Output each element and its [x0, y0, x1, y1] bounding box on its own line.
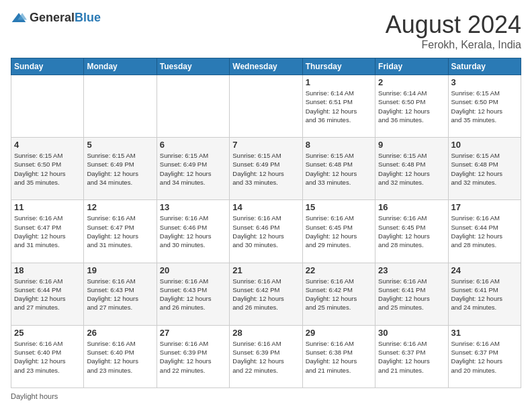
- calendar-cell: 30Sunrise: 6:16 AM Sunset: 6:37 PM Dayli…: [375, 325, 448, 387]
- calendar-cell: [84, 75, 157, 138]
- day-number: 30: [378, 328, 445, 338]
- day-info: Sunrise: 6:16 AM Sunset: 6:45 PM Dayligh…: [306, 214, 372, 249]
- calendar-cell: 1Sunrise: 6:14 AM Sunset: 6:51 PM Daylig…: [302, 75, 375, 138]
- day-number: 13: [160, 202, 226, 212]
- day-info: Sunrise: 6:16 AM Sunset: 6:47 PM Dayligh…: [87, 214, 153, 249]
- day-info: Sunrise: 6:16 AM Sunset: 6:40 PM Dayligh…: [14, 339, 81, 375]
- day-info: Sunrise: 6:15 AM Sunset: 6:48 PM Dayligh…: [306, 151, 372, 187]
- logo-blue: Blue: [75, 11, 101, 24]
- day-info: Sunrise: 6:16 AM Sunset: 6:44 PM Dayligh…: [451, 214, 518, 249]
- calendar-cell: 28Sunrise: 6:16 AM Sunset: 6:39 PM Dayli…: [230, 325, 302, 387]
- day-number: 4: [14, 140, 81, 150]
- calendar-cell: 22Sunrise: 6:16 AM Sunset: 6:42 PM Dayli…: [302, 263, 375, 325]
- calendar-cell: [11, 75, 84, 138]
- calendar-cell: 29Sunrise: 6:16 AM Sunset: 6:38 PM Dayli…: [302, 325, 375, 387]
- day-info: Sunrise: 6:16 AM Sunset: 6:47 PM Dayligh…: [14, 214, 81, 249]
- day-number: 26: [87, 328, 153, 338]
- calendar-cell: [157, 75, 229, 138]
- day-number: 6: [160, 140, 226, 150]
- day-number: 28: [232, 328, 299, 338]
- day-info: Sunrise: 6:15 AM Sunset: 6:49 PM Dayligh…: [232, 151, 299, 187]
- calendar-header-sunday: Sunday: [11, 58, 84, 75]
- calendar-week-row: 18Sunrise: 6:16 AM Sunset: 6:44 PM Dayli…: [11, 263, 521, 325]
- day-info: Sunrise: 6:16 AM Sunset: 6:39 PM Dayligh…: [160, 339, 226, 375]
- calendar-cell: 9Sunrise: 6:15 AM Sunset: 6:48 PM Daylig…: [375, 138, 448, 200]
- day-info: Sunrise: 6:14 AM Sunset: 6:51 PM Dayligh…: [306, 89, 372, 124]
- calendar-week-row: 25Sunrise: 6:16 AM Sunset: 6:40 PM Dayli…: [11, 325, 521, 387]
- day-number: 9: [378, 140, 445, 150]
- day-number: 2: [378, 77, 445, 87]
- day-info: Sunrise: 6:15 AM Sunset: 6:50 PM Dayligh…: [14, 151, 81, 187]
- calendar-week-row: 11Sunrise: 6:16 AM Sunset: 6:47 PM Dayli…: [11, 200, 521, 263]
- day-number: 29: [306, 328, 372, 338]
- calendar-cell: 8Sunrise: 6:15 AM Sunset: 6:48 PM Daylig…: [302, 138, 375, 200]
- calendar-header-wednesday: Wednesday: [230, 58, 302, 75]
- day-number: 18: [14, 265, 81, 275]
- calendar-cell: 2Sunrise: 6:14 AM Sunset: 6:50 PM Daylig…: [375, 75, 448, 138]
- calendar-cell: 11Sunrise: 6:16 AM Sunset: 6:47 PM Dayli…: [11, 200, 84, 263]
- day-info: Sunrise: 6:16 AM Sunset: 6:43 PM Dayligh…: [160, 277, 226, 312]
- calendar-cell: 16Sunrise: 6:16 AM Sunset: 6:45 PM Dayli…: [375, 200, 448, 263]
- calendar-table: SundayMondayTuesdayWednesdayThursdayFrid…: [11, 58, 521, 388]
- calendar-header-thursday: Thursday: [302, 58, 375, 75]
- day-info: Sunrise: 6:15 AM Sunset: 6:49 PM Dayligh…: [87, 151, 153, 187]
- day-number: 23: [378, 265, 445, 275]
- calendar-cell: 23Sunrise: 6:16 AM Sunset: 6:41 PM Dayli…: [375, 263, 448, 325]
- day-info: Sunrise: 6:15 AM Sunset: 6:49 PM Dayligh…: [160, 151, 226, 187]
- logo-general: General: [30, 11, 75, 24]
- page: GeneralBlue August 2024 Ferokh, Kerala, …: [0, 0, 532, 411]
- calendar-header-friday: Friday: [375, 58, 448, 75]
- calendar-cell: 25Sunrise: 6:16 AM Sunset: 6:40 PM Dayli…: [11, 325, 84, 387]
- calendar-cell: 20Sunrise: 6:16 AM Sunset: 6:43 PM Dayli…: [157, 263, 229, 325]
- day-info: Sunrise: 6:16 AM Sunset: 6:41 PM Dayligh…: [378, 277, 445, 312]
- location-title: Ferokh, Kerala, India: [386, 39, 521, 51]
- footer: Daylight hours: [11, 392, 521, 400]
- day-number: 27: [160, 328, 226, 338]
- day-number: 7: [232, 140, 299, 150]
- day-info: Sunrise: 6:16 AM Sunset: 6:42 PM Dayligh…: [232, 277, 299, 312]
- calendar-cell: 12Sunrise: 6:16 AM Sunset: 6:47 PM Dayli…: [84, 200, 157, 263]
- day-number: 21: [232, 265, 299, 275]
- day-number: 19: [87, 265, 153, 275]
- day-number: 25: [14, 328, 81, 338]
- day-info: Sunrise: 6:16 AM Sunset: 6:41 PM Dayligh…: [451, 277, 518, 312]
- calendar-cell: 17Sunrise: 6:16 AM Sunset: 6:44 PM Dayli…: [448, 200, 521, 263]
- calendar-header-monday: Monday: [84, 58, 157, 75]
- calendar-header-saturday: Saturday: [448, 58, 521, 75]
- day-info: Sunrise: 6:16 AM Sunset: 6:40 PM Dayligh…: [87, 339, 153, 375]
- day-number: 15: [306, 202, 372, 212]
- header: GeneralBlue August 2024 Ferokh, Kerala, …: [11, 11, 521, 51]
- day-number: 12: [87, 202, 153, 212]
- calendar-cell: 15Sunrise: 6:16 AM Sunset: 6:45 PM Dayli…: [302, 200, 375, 263]
- day-info: Sunrise: 6:14 AM Sunset: 6:50 PM Dayligh…: [378, 89, 445, 124]
- day-number: 20: [160, 265, 226, 275]
- calendar-cell: 5Sunrise: 6:15 AM Sunset: 6:49 PM Daylig…: [84, 138, 157, 200]
- day-info: Sunrise: 6:16 AM Sunset: 6:45 PM Dayligh…: [378, 214, 445, 249]
- calendar-cell: 26Sunrise: 6:16 AM Sunset: 6:40 PM Dayli…: [84, 325, 157, 387]
- calendar-cell: [230, 75, 302, 138]
- calendar-cell: 13Sunrise: 6:16 AM Sunset: 6:46 PM Dayli…: [157, 200, 229, 263]
- day-info: Sunrise: 6:16 AM Sunset: 6:42 PM Dayligh…: [306, 277, 372, 312]
- month-year-title: August 2024: [386, 11, 521, 39]
- day-info: Sunrise: 6:16 AM Sunset: 6:39 PM Dayligh…: [232, 339, 299, 375]
- day-number: 22: [306, 265, 372, 275]
- calendar-cell: 7Sunrise: 6:15 AM Sunset: 6:49 PM Daylig…: [230, 138, 302, 200]
- calendar-week-row: 4Sunrise: 6:15 AM Sunset: 6:50 PM Daylig…: [11, 138, 521, 200]
- day-info: Sunrise: 6:16 AM Sunset: 6:37 PM Dayligh…: [451, 339, 518, 375]
- day-number: 1: [306, 77, 372, 87]
- day-info: Sunrise: 6:16 AM Sunset: 6:46 PM Dayligh…: [232, 214, 299, 249]
- title-block: August 2024 Ferokh, Kerala, India: [386, 11, 521, 51]
- calendar-cell: 3Sunrise: 6:15 AM Sunset: 6:50 PM Daylig…: [448, 75, 521, 138]
- day-info: Sunrise: 6:16 AM Sunset: 6:38 PM Dayligh…: [306, 339, 372, 375]
- day-number: 10: [451, 140, 518, 150]
- calendar-cell: 31Sunrise: 6:16 AM Sunset: 6:37 PM Dayli…: [448, 325, 521, 387]
- day-info: Sunrise: 6:16 AM Sunset: 6:43 PM Dayligh…: [87, 277, 153, 312]
- day-number: 5: [87, 140, 153, 150]
- day-number: 14: [232, 202, 299, 212]
- day-number: 3: [451, 77, 518, 87]
- calendar-cell: 18Sunrise: 6:16 AM Sunset: 6:44 PM Dayli…: [11, 263, 84, 325]
- calendar-header-tuesday: Tuesday: [157, 58, 229, 75]
- day-info: Sunrise: 6:15 AM Sunset: 6:48 PM Dayligh…: [451, 151, 518, 187]
- calendar-cell: 6Sunrise: 6:15 AM Sunset: 6:49 PM Daylig…: [157, 138, 229, 200]
- day-info: Sunrise: 6:16 AM Sunset: 6:37 PM Dayligh…: [378, 339, 445, 375]
